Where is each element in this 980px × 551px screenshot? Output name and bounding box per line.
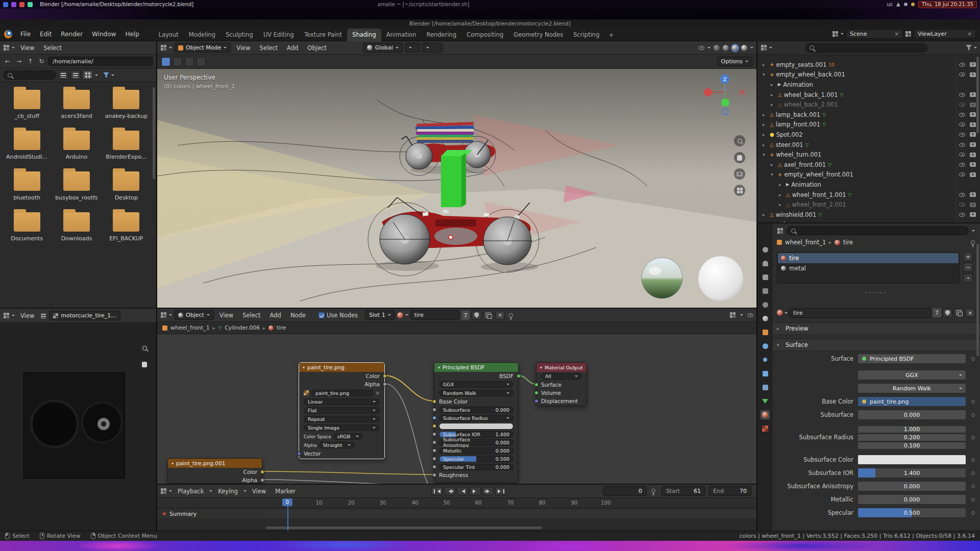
target-dropdown[interactable]: All <box>541 373 582 380</box>
play-button[interactable] <box>470 487 481 495</box>
menu-render[interactable]: Render <box>57 29 87 39</box>
socket-surface-in[interactable] <box>534 383 538 387</box>
specular-tint-field[interactable]: Specular Tint0.000 <box>439 464 513 470</box>
render-visibility-icon[interactable] <box>970 122 976 127</box>
shader-menu-node[interactable]: Node <box>287 311 309 320</box>
hide-icon[interactable] <box>959 103 965 107</box>
pin-icon[interactable] <box>509 313 513 317</box>
chevron-down-icon[interactable] <box>750 47 753 50</box>
node-header[interactable]: ▾paint_tire.png.001 <box>168 459 262 468</box>
hide-icon[interactable] <box>959 203 965 207</box>
unlink-button[interactable]: × <box>965 308 975 317</box>
chevron-down-icon[interactable] <box>740 314 743 317</box>
splitter[interactable] <box>756 41 757 531</box>
display-thumbnail-button[interactable] <box>83 70 93 80</box>
outliner-row[interactable]: ▸△lamp_front.001▽ <box>757 120 980 130</box>
menu-keying[interactable]: Keying <box>214 487 241 496</box>
prev-keyframe-button[interactable] <box>444 487 455 495</box>
options-button[interactable]: Options <box>717 57 752 66</box>
tool-select-lasso-button[interactable] <box>197 57 206 66</box>
folder-item[interactable]: busybox_rootfs <box>52 171 101 201</box>
notifications-icon[interactable] <box>911 3 915 6</box>
hide-icon[interactable] <box>959 93 965 97</box>
shader-menu-select[interactable]: Select <box>239 311 264 320</box>
render-visibility-icon[interactable] <box>970 72 976 77</box>
hide-icon[interactable] <box>959 143 965 147</box>
tool-select-box-button[interactable] <box>173 57 182 66</box>
tab-particles[interactable] <box>761 355 770 364</box>
jump-to-end-button[interactable] <box>495 487 506 495</box>
animate-dot[interactable] <box>971 511 975 515</box>
socket-radius-in[interactable] <box>432 416 436 420</box>
extension-dropdown[interactable]: Repeat <box>304 416 380 422</box>
viewport-menu-object[interactable]: Object <box>304 43 330 53</box>
hide-icon[interactable] <box>959 113 965 117</box>
subsurface-anisotropy-field[interactable]: Subsurface Anisotropy0.000 <box>439 439 513 446</box>
folder-item[interactable]: Documents <box>2 212 52 242</box>
breadcrumb-material[interactable]: tire <box>843 239 853 246</box>
socket-roughness-in[interactable] <box>432 473 436 477</box>
tab-material[interactable] <box>761 410 770 419</box>
render-visibility-icon[interactable] <box>970 153 976 157</box>
subsurface-color-swatch[interactable] <box>439 423 513 430</box>
menu-view[interactable]: View <box>249 487 270 496</box>
ortho-toggle-button[interactable] <box>734 185 745 196</box>
folder-item[interactable]: AndroidStudi... <box>2 131 52 160</box>
node-header[interactable]: ▾paint_tire.png <box>299 363 384 372</box>
up-button[interactable]: ↑ <box>26 57 35 65</box>
close-icon[interactable]: × <box>968 31 972 37</box>
folder-item[interactable]: bluetooth <box>2 171 52 201</box>
chevron-down-icon[interactable] <box>841 33 844 36</box>
animate-dot[interactable] <box>971 413 975 417</box>
tab-scripting[interactable]: Scripting <box>568 29 604 41</box>
forward-button[interactable]: → <box>14 57 23 65</box>
shading-rendered-button[interactable] <box>741 45 747 51</box>
render-visibility-icon[interactable] <box>970 172 976 177</box>
menu-marker[interactable]: Marker <box>272 487 299 496</box>
menu-help[interactable]: Help <box>121 29 143 39</box>
image-canvas[interactable] <box>0 323 156 531</box>
folder-item[interactable]: Arduino <box>52 131 101 160</box>
animate-dot[interactable] <box>971 436 975 439</box>
outliner-row[interactable]: ▸△wheel_back_1.001▽ <box>757 90 980 100</box>
colorspace-dropdown[interactable]: sRGB <box>333 433 363 440</box>
node-image-texture[interactable]: ▾paint_tire.png Color Alpha paint_tire.p… <box>299 362 385 459</box>
tab-compositing[interactable]: Compositing <box>461 29 508 41</box>
unlink-icon[interactable]: × <box>376 390 380 396</box>
tab-texture-paint[interactable]: Texture Paint <box>299 29 347 41</box>
render-visibility-icon[interactable] <box>970 132 976 137</box>
viewport-menu-view[interactable]: View <box>233 43 254 53</box>
slot-specials-button[interactable] <box>963 273 973 283</box>
animate-dot[interactable] <box>971 471 975 475</box>
hide-icon[interactable] <box>959 172 965 177</box>
socket-displacement-in[interactable] <box>534 399 538 403</box>
tool-tweak-button[interactable] <box>161 57 170 66</box>
render-visibility-icon[interactable] <box>970 92 976 97</box>
next-keyframe-button[interactable] <box>482 487 494 495</box>
socket-bsdf-out[interactable] <box>517 374 521 378</box>
tab-constraints[interactable] <box>761 383 770 392</box>
scrollbar[interactable] <box>976 244 979 356</box>
tab-uv-editing[interactable]: UV Editing <box>258 29 299 41</box>
surface-shader-menu[interactable]: Principled BSDF <box>857 354 966 364</box>
proportional-editing-toggle[interactable] <box>422 43 443 53</box>
outliner-row[interactable]: ▸▶Animation <box>757 80 980 90</box>
render-visibility-icon[interactable] <box>970 212 976 217</box>
tab-sculpting[interactable]: Sculpting <box>220 29 258 41</box>
shader-menu-view[interactable]: View <box>216 311 237 320</box>
file-search-input[interactable] <box>3 70 56 80</box>
summary-channel[interactable]: Summary <box>157 509 266 518</box>
shading-wireframe-button[interactable] <box>714 45 720 51</box>
playhead-frame-badge[interactable]: 0 <box>282 498 292 506</box>
render-visibility-icon[interactable] <box>970 62 976 67</box>
material-slot[interactable]: tire <box>778 253 959 263</box>
splitter[interactable] <box>156 41 157 531</box>
new-material-button[interactable] <box>954 308 964 317</box>
hide-icon[interactable] <box>959 72 965 77</box>
editor-type-icon[interactable] <box>761 44 767 51</box>
hide-icon[interactable] <box>959 122 965 127</box>
chevron-down-icon[interactable] <box>707 47 710 50</box>
socket-metallic-in[interactable] <box>432 448 436 453</box>
tab-tool[interactable] <box>761 245 770 254</box>
node-canvas[interactable]: ▾paint_tire.png Color Alpha paint_tire.p… <box>157 334 756 484</box>
